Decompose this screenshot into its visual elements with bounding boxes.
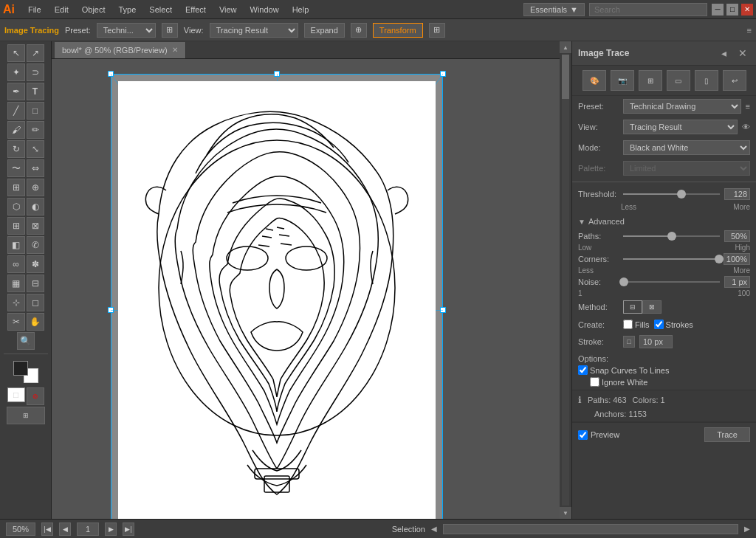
search-input[interactable]	[589, 3, 707, 16]
prev-page-btn[interactable]: ◀	[59, 523, 71, 536]
tab-close-icon[interactable]: ✕	[172, 46, 178, 54]
status-arrow-left[interactable]: ◀	[431, 525, 437, 533]
menu-object[interactable]: Object	[76, 4, 111, 15]
last-page-btn[interactable]: ▶|	[123, 523, 134, 536]
threshold-value[interactable]: 128	[724, 188, 750, 200]
next-page-btn[interactable]: ▶	[105, 523, 117, 536]
advanced-header[interactable]: ▼ Advanced	[572, 214, 756, 229]
noise-value[interactable]: 1 px	[724, 276, 750, 288]
handle-ml[interactable]	[108, 307, 114, 313]
method-abutting-btn[interactable]: ⊟	[623, 300, 642, 314]
menu-view[interactable]: View	[213, 4, 243, 15]
mode-icon-color[interactable]: 🎨	[583, 70, 606, 91]
maximize-button[interactable]: □	[726, 4, 738, 15]
view-select[interactable]: Tracing Result	[210, 23, 298, 38]
eyedropper-tool[interactable]: ✆	[27, 236, 44, 254]
preset-dropdown[interactable]: Technical Drawing	[623, 99, 741, 114]
magic-wand-tool[interactable]: ✦	[7, 63, 25, 81]
mode-icon-bw[interactable]: ⊞	[639, 70, 662, 91]
corners-value[interactable]: 100%	[724, 253, 750, 265]
paths-value[interactable]: 50%	[724, 230, 750, 242]
hand-tool[interactable]: ✋	[27, 313, 44, 331]
strokes-checkbox-label[interactable]: Strokes	[654, 320, 693, 329]
corners-slider[interactable]	[623, 254, 719, 264]
screen-mode-btn[interactable]: ⊞	[7, 407, 45, 424]
strokes-checkbox[interactable]	[654, 320, 664, 329]
status-arrow-right[interactable]: ▶	[744, 525, 750, 533]
menu-window[interactable]: Window	[244, 4, 285, 15]
fills-checkbox-label[interactable]: Fills	[623, 320, 650, 329]
preview-label[interactable]: Preview	[578, 430, 619, 440]
document-tab[interactable]: bowl* @ 50% (RGB/Preview) ✕	[55, 42, 186, 58]
column-graph-tool[interactable]: ▦	[7, 275, 25, 292]
foreground-color[interactable]	[13, 361, 28, 376]
free-transform-tool[interactable]: ⊞	[7, 179, 25, 196]
ignore-white-label[interactable]: Ignore White	[578, 377, 750, 387]
pen-tool[interactable]: ✒	[7, 83, 25, 100]
preset-menu-icon[interactable]: ≡	[746, 102, 750, 111]
align-icon-btn[interactable]: ⊞	[429, 23, 445, 38]
menu-file[interactable]: File	[22, 4, 47, 15]
handle-mr[interactable]	[440, 307, 446, 313]
zoom-tool[interactable]: 🔍	[17, 332, 35, 350]
symbol-sprayer-tool[interactable]: ✽	[27, 255, 44, 273]
first-page-btn[interactable]: |◀	[41, 523, 53, 536]
scroll-up-btn[interactable]: ▲	[560, 41, 571, 53]
canvas-content[interactable]: ١ ٥	[52, 59, 560, 519]
scale-tool[interactable]: ⤡	[27, 140, 44, 158]
mode-icon-detailed[interactable]: ▯	[695, 70, 718, 91]
shape-builder-tool[interactable]: ⬡	[7, 198, 25, 215]
fills-checkbox[interactable]	[623, 320, 633, 329]
gradient-tool[interactable]: ◧	[7, 236, 25, 254]
fill-color-icon[interactable]: □	[7, 387, 25, 402]
scissors-tool[interactable]: ✂	[7, 313, 25, 331]
noise-slider[interactable]	[623, 277, 720, 287]
selection-tool[interactable]: ↖	[7, 44, 25, 62]
puppet-warp-tool[interactable]: ⊕	[27, 179, 44, 196]
perspective-grid-tool[interactable]: ⊞	[7, 217, 25, 235]
live-paint-tool[interactable]: ◐	[27, 198, 44, 215]
stroke-icon[interactable]: ⊘	[27, 387, 44, 405]
method-overlapping-btn[interactable]: ⊠	[642, 300, 662, 314]
menu-edit[interactable]: Edit	[49, 4, 75, 15]
threshold-slider[interactable]	[623, 189, 720, 199]
noise-thumb[interactable]	[619, 277, 628, 286]
width-tool[interactable]: ⇔	[27, 159, 44, 177]
type-tool[interactable]: T	[27, 83, 44, 100]
snap-curves-label[interactable]: Snap Curves To Lines	[578, 365, 750, 375]
trace-button[interactable]: Trace	[704, 427, 750, 442]
view-eye-icon[interactable]: 👁	[742, 123, 750, 131]
handle-tc[interactable]	[274, 71, 280, 77]
paths-thumb[interactable]	[667, 232, 676, 241]
preset-icon-btn[interactable]: ⊞	[162, 23, 178, 38]
minimize-button[interactable]: ─	[712, 4, 724, 15]
menu-type[interactable]: Type	[113, 4, 142, 15]
mode-dropdown[interactable]: Black and White	[623, 140, 750, 155]
transform-button[interactable]: Transform	[373, 23, 423, 38]
paths-slider[interactable]	[623, 231, 720, 241]
page-input[interactable]	[77, 523, 99, 536]
menu-help[interactable]: Help	[286, 4, 315, 15]
direct-selection-tool[interactable]: ↗	[27, 44, 44, 62]
view-dropdown[interactable]: Tracing Result	[623, 120, 738, 134]
stroke-color-swatch[interactable]: □	[623, 336, 635, 348]
panel-close-icon[interactable]: ✕	[735, 46, 750, 61]
ignore-white-checkbox[interactable]	[590, 377, 599, 387]
panel-menu-icon[interactable]: ≡	[747, 26, 752, 35]
scroll-thumb[interactable]	[562, 55, 569, 99]
close-button[interactable]: ✕	[741, 4, 753, 15]
mode-icon-outlines[interactable]: ▭	[667, 70, 690, 91]
blend-tool[interactable]: ∞	[7, 255, 25, 273]
stroke-input[interactable]	[639, 335, 673, 348]
essentials-button[interactable]: Essentials ▼	[523, 3, 585, 16]
panel-collapse-icon[interactable]: ◂	[716, 46, 731, 61]
warp-tool[interactable]: 〜	[7, 159, 25, 177]
threshold-thumb[interactable]	[677, 190, 686, 199]
zoom-input[interactable]	[6, 523, 35, 536]
lasso-tool[interactable]: ⊃	[27, 63, 44, 81]
shape-tool[interactable]: □	[27, 102, 44, 120]
preview-checkbox[interactable]	[578, 430, 588, 440]
pencil-tool[interactable]: ✏	[27, 121, 44, 139]
make-icon-btn[interactable]: ⊕	[351, 23, 367, 38]
artboard-tool[interactable]: ⊟	[27, 275, 44, 292]
